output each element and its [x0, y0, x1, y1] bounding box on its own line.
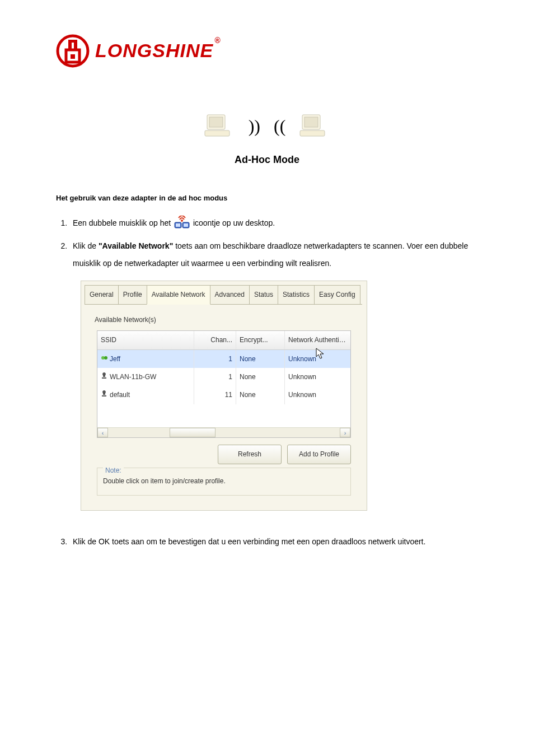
tray-app-icon — [173, 216, 191, 231]
infra-network-icon — [101, 388, 107, 402]
step-3: Klik de OK toets aan om te bevestigen da… — [69, 533, 478, 550]
scroll-thumb[interactable] — [170, 428, 216, 437]
step-1: Een dubbele muisklik op het icoontje op … — [69, 214, 478, 232]
add-to-profile-button[interactable]: Add to Profile — [287, 445, 351, 464]
svg-point-18 — [104, 356, 107, 360]
refresh-button[interactable]: Refresh — [218, 445, 282, 464]
ssid-cell: WLAN-11b-GW — [110, 370, 156, 384]
encrypt-cell: None — [236, 368, 285, 386]
svg-rect-7 — [209, 117, 223, 127]
col-auth[interactable]: Network Authenticati... — [285, 331, 350, 349]
note-box: Note: Double click on item to join/creat… — [97, 468, 351, 496]
step-2: Klik de "Available Network" toets aan om… — [69, 237, 478, 511]
col-ssid[interactable]: SSID — [97, 331, 194, 349]
signal-left-icon: (( — [274, 117, 285, 135]
channel-cell: 1 — [194, 350, 236, 368]
auth-cell: Unknown — [285, 350, 350, 368]
wifi-config-dialog: General Profile Available Network Advanc… — [81, 281, 367, 511]
brand-logo: LONGSHINE® — [56, 34, 478, 68]
computer-icon — [204, 113, 235, 139]
svg-rect-14 — [176, 223, 180, 227]
logo-text: LONGSHINE® — [95, 34, 221, 68]
svg-rect-8 — [205, 130, 229, 136]
table-row[interactable]: Jeff1NoneUnknown — [97, 350, 350, 368]
tab-advanced[interactable]: Advanced — [210, 285, 250, 304]
tab-profile[interactable]: Profile — [118, 285, 147, 304]
table-row[interactable]: WLAN-11b-GW1NoneUnknown — [97, 368, 350, 386]
col-channel[interactable]: Chan... — [194, 331, 236, 349]
tab-row: General Profile Available Network Advanc… — [81, 281, 367, 304]
hero-section: )) (( Ad-Hoc Mode — [56, 113, 478, 169]
svg-rect-5 — [71, 54, 75, 59]
computer-icon — [299, 113, 330, 139]
encrypt-cell: None — [236, 350, 285, 368]
scroll-right-button[interactable]: › — [340, 428, 350, 437]
registered-mark: ® — [214, 36, 221, 45]
col-encrypt[interactable]: Encrypt... — [236, 331, 285, 349]
tab-statistics[interactable]: Statistics — [278, 285, 315, 304]
auth-cell: Unknown — [285, 368, 350, 386]
step-2-emphasis: "Available Network" — [99, 241, 173, 250]
svg-rect-16 — [184, 223, 188, 227]
table-row[interactable]: default11NoneUnknown — [97, 386, 350, 404]
scroll-left-button[interactable]: ‹ — [97, 428, 108, 437]
channel-cell: 11 — [194, 386, 236, 404]
hero-title: Ad-Hoc Mode — [56, 151, 478, 169]
svg-rect-3 — [68, 40, 77, 43]
panel-label: Available Network(s) — [95, 312, 358, 327]
horizontal-scrollbar[interactable]: ‹ › — [97, 427, 350, 437]
logo-mark-icon — [56, 34, 90, 68]
svg-rect-21 — [102, 377, 106, 379]
infra-network-icon — [101, 370, 107, 384]
ssid-cell: Jeff — [110, 352, 120, 366]
encrypt-cell: None — [236, 386, 285, 404]
tab-status[interactable]: Status — [249, 285, 278, 304]
svg-point-12 — [181, 220, 183, 222]
tab-easy-config[interactable]: Easy Config — [314, 285, 360, 304]
adhoc-network-icon — [101, 352, 107, 366]
svg-rect-10 — [305, 117, 318, 127]
signal-right-icon: )) — [249, 117, 260, 135]
section-heading: Het gebruik van deze adapter in de ad ho… — [56, 192, 478, 204]
ssid-cell: default — [110, 388, 130, 402]
note-legend: Note: — [103, 463, 124, 478]
tab-available-network[interactable]: Available Network — [147, 285, 210, 304]
listview-header[interactable]: SSID Chan... Encrypt... Network Authenti… — [97, 331, 350, 349]
network-listview[interactable]: SSID Chan... Encrypt... Network Authenti… — [97, 330, 351, 438]
auth-cell: Unknown — [285, 386, 350, 404]
tab-general[interactable]: General — [85, 285, 119, 304]
channel-cell: 1 — [194, 368, 236, 386]
svg-rect-11 — [300, 130, 325, 136]
svg-rect-24 — [102, 395, 106, 396]
note-text: Double click on item to join/create prof… — [103, 477, 226, 485]
